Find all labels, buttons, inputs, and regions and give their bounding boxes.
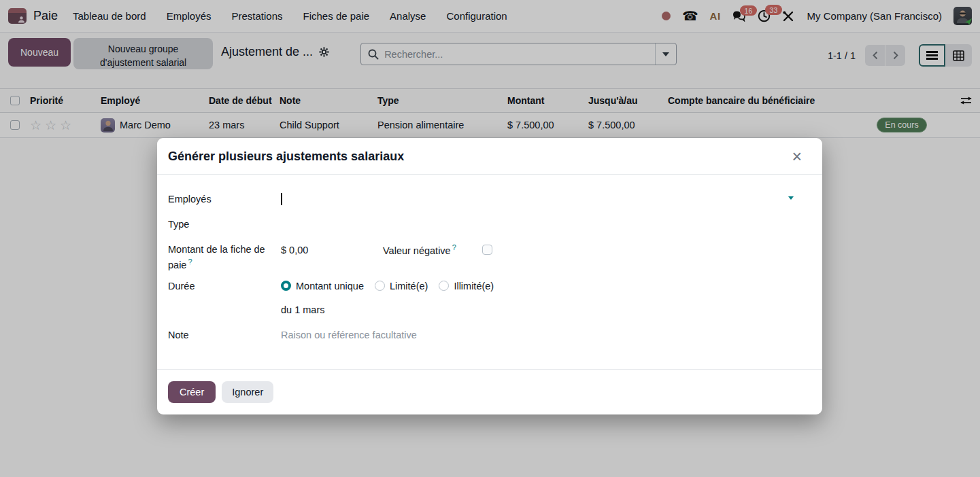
negative-value-label: Valeur négative? [383, 242, 456, 258]
type-label: Type [168, 217, 281, 232]
radio-limited[interactable]: Limité(e) [375, 281, 428, 292]
radio-unlimited[interactable]: Illimité(e) [439, 281, 494, 292]
negative-value-checkbox[interactable] [482, 245, 492, 255]
field-row-employees: Employés [168, 192, 806, 207]
create-button[interactable]: Créer [168, 381, 216, 403]
from-date-field[interactable]: du 1 mars [281, 302, 806, 317]
note-input[interactable]: Raison ou référence facultative [281, 328, 806, 342]
type-field[interactable] [281, 217, 806, 232]
radio-selected-icon [281, 281, 291, 291]
field-row-amount: Montant de la fiche de paie? $ 0,00 Vale… [168, 242, 806, 272]
dialog-body: Employés Type Montant de la fiche de pai… [157, 175, 822, 369]
radio-unselected-icon [439, 281, 449, 291]
discard-button[interactable]: Ignorer [222, 381, 273, 403]
negative-value-help-icon[interactable]: ? [452, 243, 456, 251]
field-row-duration: Durée Montant unique Limité(e) Illimité(… [168, 279, 806, 294]
generate-adjustments-dialog: Générer plusieurs ajustements salariaux … [157, 138, 822, 414]
text-cursor [281, 193, 282, 205]
dialog-footer: Créer Ignorer [157, 369, 822, 414]
employees-label: Employés [168, 192, 281, 207]
field-row-note: Note Raison ou référence facultative [168, 328, 806, 342]
employees-field[interactable] [281, 192, 806, 207]
duration-label: Durée [168, 279, 281, 294]
employees-dropdown-icon[interactable] [788, 196, 794, 200]
duration-radio-group: Montant unique Limité(e) Illimité(e) [281, 279, 806, 294]
field-row-type: Type [168, 217, 806, 232]
dialog-header: Générer plusieurs ajustements salariaux … [157, 138, 822, 175]
radio-one-time[interactable]: Montant unique [281, 281, 364, 292]
close-icon[interactable]: × [788, 148, 806, 165]
dialog-title: Générer plusieurs ajustements salariaux [168, 149, 404, 164]
amount-input[interactable]: $ 0,00 [281, 245, 383, 255]
radio-unselected-icon [375, 281, 385, 291]
amount-field-group: $ 0,00 Valeur négative? [281, 242, 806, 258]
note-label: Note [168, 328, 281, 342]
amount-label: Montant de la fiche de paie? [168, 242, 281, 272]
field-row-from-date: du 1 mars [168, 302, 806, 317]
amount-help-icon[interactable]: ? [188, 258, 192, 266]
